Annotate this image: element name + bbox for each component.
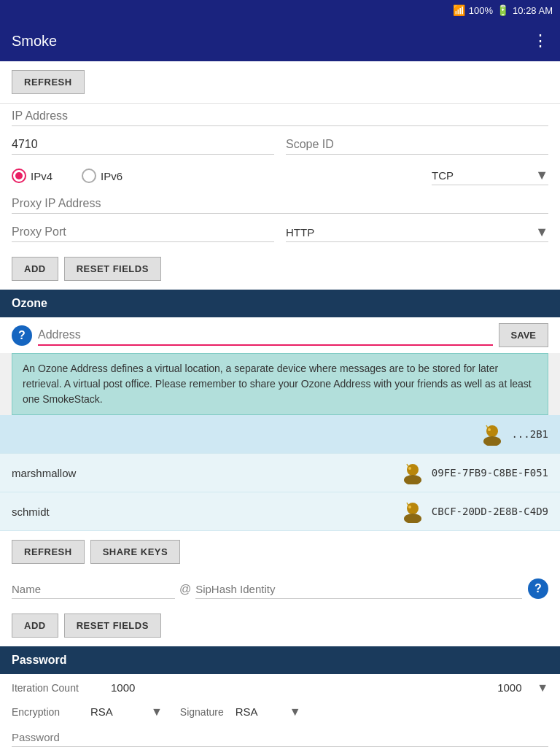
avatar-icon-1 — [401, 461, 424, 484]
password-field-row — [0, 725, 560, 747]
list-item-name-2: schmidt — [12, 506, 394, 518]
iteration-dropdown-wrapper: 1000 2000 5000 ▼ — [497, 680, 548, 695]
ozone-action-row: REFRESH SHARE KEYS — [0, 531, 560, 573]
ip-address-input[interactable] — [12, 107, 548, 126]
ozone-add-reset-row: ADD RESET FIELDS — [0, 605, 560, 646]
app-title: Smoke — [12, 33, 57, 50]
ipv4-radio-circle — [12, 169, 26, 183]
list-item-id-2: CBCF-20DD-2E8B-C4D9 — [432, 506, 548, 517]
svg-point-10 — [408, 506, 411, 508]
proxy-port-input[interactable] — [12, 222, 274, 242]
svg-point-8 — [407, 503, 419, 514]
svg-point-6 — [408, 467, 411, 470]
battery-icon: 🔋 — [497, 4, 509, 16]
list-item-id-0: ...2B1 — [511, 428, 548, 440]
password-input[interactable] — [12, 728, 548, 747]
name-siphash-row: @ ? — [0, 573, 560, 605]
tcp-select[interactable]: TCP UDP — [432, 166, 548, 185]
svg-point-1 — [483, 436, 501, 446]
ozone-header: Ozone — [0, 290, 560, 317]
name-input[interactable] — [12, 580, 175, 599]
sig-dropdown-arrow: ▼ — [289, 705, 301, 719]
signature-select[interactable]: RSA ECDSA — [236, 704, 288, 719]
http-col: HTTP HTTPS SOCKS5 ▼ — [286, 223, 548, 242]
battery-text: 100% — [469, 5, 493, 16]
proxy-ip-row — [12, 191, 548, 217]
signature-label: Signature — [180, 706, 224, 718]
svg-point-2 — [488, 428, 491, 431]
http-select[interactable]: HTTP HTTPS SOCKS5 — [286, 223, 548, 241]
tooltip-text: An Ozone Address defines a virtual locat… — [23, 363, 532, 405]
svg-line-7 — [407, 464, 408, 467]
siphash-input[interactable] — [195, 580, 522, 599]
ozone-input-row: ? SAVE — [0, 317, 560, 353]
proxy-port-col — [12, 222, 274, 242]
list-item[interactable]: schmidt CBCF-20DD-2E8B-C4D9 — [0, 492, 560, 531]
save-button[interactable]: SAVE — [499, 323, 548, 347]
encryption-select[interactable]: RSA McEliece — [90, 704, 149, 719]
scope-col — [286, 135, 548, 155]
app-bar: Smoke ⋮ — [0, 20, 560, 61]
svg-line-3 — [486, 425, 488, 428]
port-col — [12, 135, 274, 155]
at-symbol: @ — [175, 583, 195, 599]
ipv6-radio[interactable]: IPv6 — [82, 169, 122, 183]
add-button[interactable]: ADD — [12, 257, 58, 281]
ipv4-label: IPv4 — [31, 170, 52, 182]
list-item-name-1: marshmallow — [12, 467, 394, 479]
ozone-title: Ozone — [12, 297, 47, 309]
add-button-2[interactable]: ADD — [12, 614, 58, 638]
refresh-button-2[interactable]: REFRESH — [12, 540, 85, 564]
iteration-count-label: Iteration Count — [12, 682, 99, 694]
ip-address-section: IPv4 IPv6 TCP UDP ▼ HTTP — [0, 104, 560, 290]
tcp-select-wrapper: TCP UDP ▼ — [432, 166, 548, 185]
ipv6-radio-circle — [82, 169, 96, 183]
siphash-help-icon[interactable]: ? — [528, 578, 548, 599]
ip-address-row — [12, 104, 548, 129]
proxy-ip-input[interactable] — [12, 194, 548, 214]
enc-dropdown-arrow: ▼ — [151, 705, 163, 719]
encryption-select-group: RSA McEliece ▼ — [90, 704, 163, 719]
svg-line-11 — [407, 503, 408, 506]
port-scope-row — [12, 129, 548, 160]
refresh-button[interactable]: REFRESH — [12, 70, 85, 94]
svg-point-9 — [404, 514, 421, 523]
refresh-area: REFRESH — [0, 61, 560, 103]
ip-action-row: ADD RESET FIELDS — [12, 248, 548, 290]
iteration-dropdown-arrow: ▼ — [537, 681, 548, 694]
ozone-help-icon[interactable]: ? — [12, 325, 32, 346]
password-header: Password — [0, 646, 560, 674]
list-item-id-1: 09FE-7FB9-C8BE-F051 — [432, 467, 548, 479]
password-title: Password — [12, 654, 67, 666]
svg-point-4 — [407, 464, 419, 476]
reset-fields-button-2[interactable]: RESET FIELDS — [64, 614, 161, 638]
ipv6-label: IPv6 — [101, 170, 122, 182]
menu-icon[interactable]: ⋮ — [532, 31, 548, 50]
status-icons: 📶 100% 🔋 10:28 AM — [453, 4, 553, 16]
ip-version-row: IPv4 IPv6 TCP UDP ▼ — [12, 160, 548, 191]
avatar-icon-2 — [401, 500, 424, 523]
list-item[interactable]: marshmallow 09FE-7FB9-C8BE-F051 — [0, 454, 560, 492]
time-text: 10:28 AM — [513, 5, 553, 16]
ozone-address-input[interactable] — [38, 325, 493, 346]
scope-id-input[interactable] — [286, 135, 548, 155]
ipv4-radio[interactable]: IPv4 — [12, 169, 52, 183]
svg-point-0 — [486, 425, 498, 437]
list-item[interactable]: ...2B1 — [0, 415, 560, 454]
share-keys-button[interactable]: SHARE KEYS — [90, 540, 181, 564]
iteration-count-row: Iteration Count 1000 1000 2000 5000 ▼ — [0, 674, 560, 701]
status-bar: 📶 100% 🔋 10:28 AM — [0, 0, 560, 20]
reset-fields-button[interactable]: RESET FIELDS — [64, 257, 161, 281]
encryption-label: Encryption — [12, 706, 85, 718]
wifi-icon: 📶 — [453, 4, 465, 16]
password-section: Iteration Count 1000 1000 2000 5000 ▼ En… — [0, 674, 560, 747]
avatar-icon-0 — [481, 422, 504, 446]
ozone-tooltip: An Ozone Address defines a virtual locat… — [12, 353, 548, 415]
port-input[interactable] — [12, 135, 274, 155]
iteration-count-value: 1000 — [111, 681, 486, 694]
iteration-select[interactable]: 1000 2000 5000 — [497, 680, 537, 695]
encryption-row: Encryption RSA McEliece ▼ Signature RSA … — [0, 701, 560, 725]
svg-point-5 — [404, 475, 421, 484]
proxy-port-http-row: HTTP HTTPS SOCKS5 ▼ — [12, 217, 548, 248]
http-select-wrapper: HTTP HTTPS SOCKS5 ▼ — [286, 223, 548, 242]
